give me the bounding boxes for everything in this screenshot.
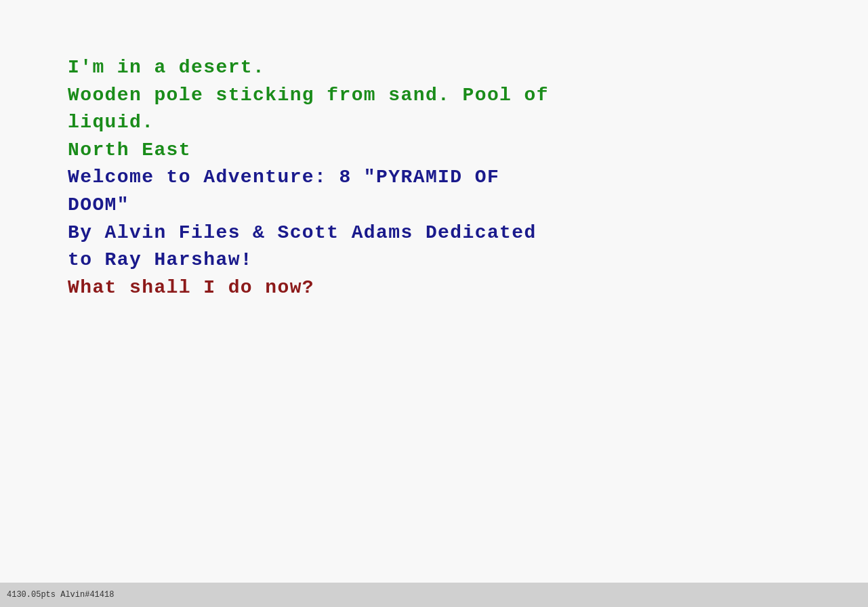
game-line-7: By Alvin Files & Scott Adams Dedicated <box>68 219 800 247</box>
game-text: I'm in a desert. Wooden pole sticking fr… <box>68 54 800 301</box>
game-line-1: I'm in a desert. <box>68 54 800 82</box>
game-line-5: Welcome to Adventure: 8 "PYRAMID OF <box>68 164 800 192</box>
game-line-8: to Ray Harshaw! <box>68 247 800 274</box>
status-text: 4130.05pts Alvin#41418 <box>7 590 114 600</box>
game-line-2: Wooden pole sticking from sand. Pool of <box>68 82 800 110</box>
game-line-4: North East <box>68 137 800 165</box>
status-bar: 4130.05pts Alvin#41418 <box>0 583 868 607</box>
game-screen: I'm in a desert. Wooden pole sticking fr… <box>0 0 868 583</box>
game-line-9: What shall I do now? <box>68 274 800 302</box>
game-line-6: DOOM" <box>68 192 800 219</box>
game-line-3: liquid. <box>68 109 800 137</box>
